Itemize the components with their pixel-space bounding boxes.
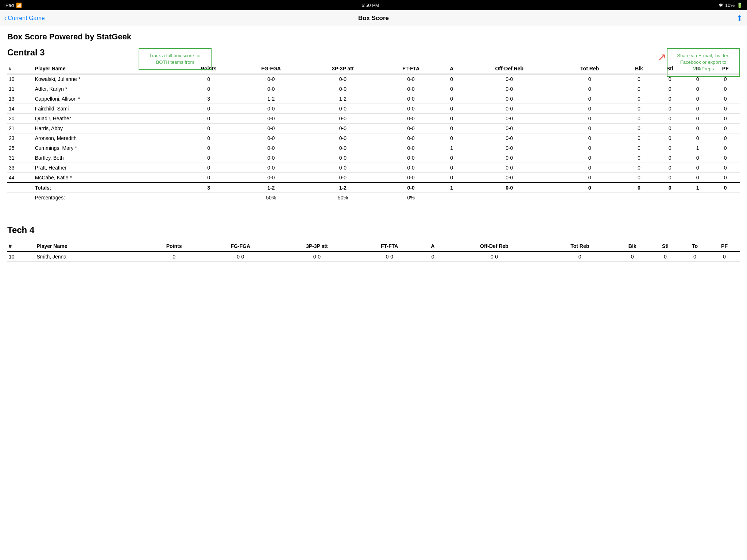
player-ft: 0-0 — [380, 124, 442, 133]
player-fg: 0-0 — [237, 153, 305, 163]
t2-col-num-header: # — [7, 241, 35, 252]
player-stl: 0 — [655, 94, 684, 104]
totals-to: 1 — [684, 183, 711, 193]
team2-table: # Player Name Points FG-FGA 3P-3P att FT… — [7, 241, 740, 262]
pct-3p: 50% — [305, 193, 380, 203]
player-num: 31 — [7, 153, 34, 163]
player-3p: 0-0 — [305, 124, 380, 133]
status-time: 6:50 PM — [361, 3, 379, 8]
player-name: Kowalski, Julianne * — [34, 74, 181, 84]
pct-ft: 0% — [380, 193, 442, 203]
player-fg: 0-0 — [237, 114, 305, 124]
table-row: 20 Quadir, Heather 0 0-0 0-0 0-0 0 0-0 0… — [7, 114, 740, 124]
player-totreb: 0 — [557, 104, 623, 114]
player-name: Smith, Jenna — [35, 252, 144, 262]
player-num: 25 — [7, 143, 34, 153]
player-a: 0 — [442, 124, 462, 133]
player-a: 0 — [442, 114, 462, 124]
col-a-header: A — [442, 63, 462, 74]
col-totreb-header: Tot Reb — [557, 63, 623, 74]
player-pts: 0 — [181, 143, 237, 153]
col-num-header: # — [7, 63, 34, 74]
player-blk: 0 — [623, 74, 656, 84]
player-fg: 0-0 — [237, 74, 305, 84]
player-fg: 0-0 — [237, 173, 305, 183]
t2-col-stl-header: Stl — [650, 241, 681, 252]
player-name: Bartley, Beth — [34, 153, 181, 163]
share-icon: ⬆ — [736, 14, 743, 22]
player-ft: 0-0 — [380, 84, 442, 94]
player-num: 10 — [7, 252, 35, 262]
player-to: 0 — [684, 133, 711, 143]
player-stl: 0 — [655, 153, 684, 163]
share-button[interactable]: ⬆ — [736, 14, 743, 23]
back-label: Current Game — [8, 15, 44, 22]
totals-fg: 1-2 — [237, 183, 305, 193]
player-pf: 0 — [711, 173, 740, 183]
player-blk: 0 — [623, 124, 656, 133]
player-pf: 0 — [711, 133, 740, 143]
player-pf: 0 — [711, 163, 740, 173]
player-pf: 0 — [711, 114, 740, 124]
player-3p: 0-0 — [305, 133, 380, 143]
totals-totreb: 0 — [557, 183, 623, 193]
player-a: 0 — [442, 153, 462, 163]
player-blk: 0 — [623, 163, 656, 173]
player-fg: 0-0 — [237, 104, 305, 114]
player-reb: 0-0 — [462, 124, 557, 133]
player-totreb: 0 — [557, 94, 623, 104]
t2-col-a-header: A — [422, 241, 444, 252]
player-to: 0 — [684, 94, 711, 104]
player-name: Fairchild, Sami — [34, 104, 181, 114]
t2-col-blk-header: Blk — [615, 241, 650, 252]
wifi-icon: 📶 — [16, 3, 22, 8]
status-left: iPad 📶 — [4, 3, 22, 8]
totals-empty — [7, 183, 34, 193]
col-blk-header: Blk — [623, 63, 656, 74]
player-3p: 0-0 — [305, 153, 380, 163]
player-stl: 0 — [655, 124, 684, 133]
col-fgfga-header: FG-FGA — [237, 63, 305, 74]
player-a: 0 — [442, 94, 462, 104]
player-ft: 0-0 — [357, 252, 422, 262]
battery-icon: 🔋 — [737, 3, 743, 8]
pct-pts-empty — [181, 193, 237, 203]
totals-row: Totals: 3 1-2 1-2 0-0 1 0-0 0 0 0 1 0 — [7, 183, 740, 193]
pct-empty — [7, 193, 34, 203]
player-a: 0 — [442, 74, 462, 84]
player-pf: 0 — [709, 252, 740, 262]
pct-fg: 50% — [237, 193, 305, 203]
player-name: Aronson, Meredith — [34, 133, 181, 143]
totals-pf: 0 — [711, 183, 740, 193]
player-num: 21 — [7, 124, 34, 133]
nav-bar: ‹ Current Game Box Score ⬆ — [0, 10, 747, 26]
table-row: 33 Pratt, Heather 0 0-0 0-0 0-0 0 0-0 0 … — [7, 163, 740, 173]
player-reb: 0-0 — [462, 173, 557, 183]
player-3p: 0-0 — [305, 74, 380, 84]
player-fg: 1-2 — [237, 94, 305, 104]
player-stl: 0 — [655, 143, 684, 153]
player-stl: 0 — [655, 114, 684, 124]
team2-title: Tech 4 — [7, 225, 740, 235]
col-offdefreb-header: Off-Def Reb — [462, 63, 557, 74]
player-stl: 0 — [655, 163, 684, 173]
back-button[interactable]: ‹ Current Game — [4, 15, 45, 22]
table-row: 13 Cappelloni, Allison * 3 1-2 1-2 0-0 0… — [7, 94, 740, 104]
percentages-row: Percentages: 50% 50% 0% — [7, 193, 740, 203]
player-name: Harris, Abby — [34, 124, 181, 133]
player-ft: 0-0 — [380, 133, 442, 143]
player-num: 44 — [7, 173, 34, 183]
player-to: 1 — [684, 143, 711, 153]
player-blk: 0 — [623, 114, 656, 124]
player-name: Cummings, Mary * — [34, 143, 181, 153]
player-to: 0 — [684, 84, 711, 94]
player-a: 0 — [442, 133, 462, 143]
player-blk: 0 — [623, 84, 656, 94]
player-num: 23 — [7, 133, 34, 143]
player-to: 0 — [681, 252, 709, 262]
table-row: 10 Smith, Jenna 0 0-0 0-0 0-0 0 0-0 0 0 … — [7, 252, 740, 262]
player-blk: 0 — [623, 143, 656, 153]
player-fg: 0-0 — [237, 124, 305, 133]
player-stl: 0 — [655, 104, 684, 114]
player-pts: 0 — [181, 74, 237, 84]
